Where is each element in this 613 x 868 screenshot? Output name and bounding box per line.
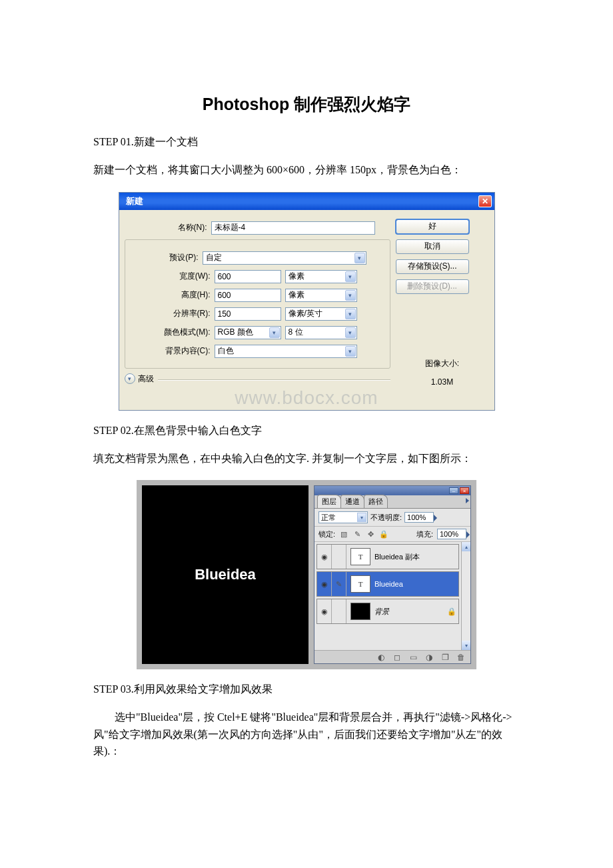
visibility-eye-icon[interactable]: ◉ xyxy=(317,599,332,623)
fill-label: 填充: xyxy=(416,529,433,539)
layer-row[interactable]: ◉ ✎ T Blueidea xyxy=(316,571,459,597)
scroll-down-icon[interactable]: ▾ xyxy=(462,641,470,650)
height-unit-select[interactable]: 像素 ▾ xyxy=(285,289,357,302)
tab-paths[interactable]: 路径 xyxy=(364,495,388,508)
width-unit-select[interactable]: 像素 ▾ xyxy=(285,270,357,283)
layer-row[interactable]: ◉ T Blueidea 副本 xyxy=(316,544,459,569)
tab-layers[interactable]: 图层 xyxy=(317,495,341,508)
delete-preset-button: 删除预设(D)... xyxy=(396,279,469,294)
resolution-input[interactable] xyxy=(215,307,281,321)
chevron-down-icon: ▾ xyxy=(345,309,356,319)
layer-mask-icon[interactable]: ◻ xyxy=(392,653,402,662)
layer-thumb-text-icon: T xyxy=(350,575,370,593)
lock-all-icon[interactable]: 🔒 xyxy=(379,529,388,539)
ok-button[interactable]: 好 xyxy=(396,219,469,234)
image-size-value: 1.03M xyxy=(396,373,489,392)
preset-select[interactable]: 自定 ▾ xyxy=(203,251,366,265)
layer-name[interactable]: 背景 xyxy=(374,607,445,617)
cancel-button[interactable]: 取消 xyxy=(396,239,469,254)
layer-thumb-bg xyxy=(350,603,370,620)
visibility-eye-icon[interactable]: ◉ xyxy=(317,545,332,569)
bg-value: 白色 xyxy=(218,345,234,357)
close-icon[interactable]: × xyxy=(460,487,469,494)
bg-content-label: 背景内容(C): xyxy=(128,345,215,357)
lock-pixels-icon[interactable]: ✎ xyxy=(352,529,362,539)
palette-titlebar: – × xyxy=(314,486,470,495)
step2-desc: 填充文档背景为黑色，在中央输入白色的文字. 并复制一个文字层，如下图所示： xyxy=(93,450,520,467)
opacity-input[interactable]: 100% xyxy=(404,512,434,523)
new-document-dialog: 新建 ✕ 名称(N): 预设(P): 自定 ▾ xyxy=(119,192,495,411)
preset-label: 预设(P): xyxy=(128,252,203,263)
resolution-unit-select[interactable]: 像素/英寸 ▾ xyxy=(285,307,357,321)
palette-menu-icon[interactable] xyxy=(466,498,469,503)
triangle-icon xyxy=(466,531,470,538)
triangle-icon xyxy=(434,515,437,521)
link-col[interactable] xyxy=(332,545,346,569)
dialog-title: 新建 xyxy=(126,195,143,207)
step1-desc: 新建一个文档，将其窗口大小调整为 600×600，分辨率 150px，背景色为白… xyxy=(93,161,520,179)
color-mode-select[interactable]: RGB 颜色 ▾ xyxy=(215,326,281,339)
width-input[interactable] xyxy=(215,270,281,283)
height-label: 高度(H): xyxy=(128,289,215,301)
fill-value: 100% xyxy=(440,530,458,538)
layer-style-icon[interactable]: ◐ xyxy=(376,653,386,662)
visibility-eye-icon[interactable]: ◉ xyxy=(317,572,332,596)
canvas-text: Blueidea xyxy=(195,566,256,583)
step1-heading: STEP 01.新建一个文档 xyxy=(93,135,520,149)
mode-value: RGB 颜色 xyxy=(218,327,253,338)
chevron-down-icon: ▾ xyxy=(345,346,356,357)
width-label: 宽度(W): xyxy=(128,271,215,282)
brush-icon[interactable]: ✎ xyxy=(332,572,346,596)
palette-tabs: 图层 通道 路径 xyxy=(314,495,470,509)
image-size-info: 图像大小: 1.03M xyxy=(396,354,489,393)
figure-canvas-and-layers: Blueidea – × 图层 通道 路径 正常 ▾ 不透明度: 100% xyxy=(137,480,476,669)
trash-icon[interactable]: 🗑 xyxy=(456,653,466,662)
chevron-down-icon: ▾ xyxy=(354,253,365,263)
name-label: 名称(N): xyxy=(125,222,211,233)
opacity-value: 100% xyxy=(407,513,426,521)
lock-position-icon[interactable]: ✥ xyxy=(366,529,375,539)
new-folder-icon[interactable]: ▭ xyxy=(408,653,418,662)
blend-mode-select[interactable]: 正常 ▾ xyxy=(318,511,368,523)
depth-value: 8 位 xyxy=(289,327,303,338)
bg-content-select[interactable]: 白色 ▾ xyxy=(215,345,357,358)
advanced-toggle[interactable]: ▾ 高级 xyxy=(125,373,158,385)
color-mode-label: 颜色模式(M): xyxy=(128,327,215,338)
link-col[interactable] xyxy=(332,599,346,623)
layer-row[interactable]: ◉ 背景 🔒 xyxy=(316,599,459,624)
layers-palette: – × 图层 通道 路径 正常 ▾ 不透明度: 100% 锁定: ▧ ✎ xyxy=(314,485,471,664)
name-input[interactable] xyxy=(211,221,375,235)
scrollbar[interactable]: ▴ ▾ xyxy=(461,542,470,650)
document-canvas: Blueidea xyxy=(142,485,308,664)
opacity-label: 不透明度: xyxy=(370,513,402,523)
layer-thumb-text-icon: T xyxy=(350,548,370,565)
scroll-up-icon[interactable]: ▴ xyxy=(462,542,470,551)
chevron-down-icon: ▾ xyxy=(125,373,135,384)
new-layer-icon[interactable]: ❐ xyxy=(440,653,450,662)
close-button[interactable]: ✕ xyxy=(478,195,492,207)
bit-depth-select[interactable]: 8 位 ▾ xyxy=(285,326,357,339)
resolution-label: 分辨率(R): xyxy=(128,308,215,319)
save-preset-button[interactable]: 存储预设(S)... xyxy=(396,259,469,274)
chevron-down-icon: ▾ xyxy=(345,290,356,301)
layer-name[interactable]: Blueidea xyxy=(374,580,458,588)
dialog-titlebar: 新建 ✕ xyxy=(119,193,494,210)
page-title: Photoshop 制作强烈火焰字 xyxy=(93,93,520,115)
tab-channels[interactable]: 通道 xyxy=(340,495,364,508)
chevron-down-icon: ▾ xyxy=(357,513,366,522)
chevron-down-icon: ▾ xyxy=(345,327,356,338)
layer-name[interactable]: Blueidea 副本 xyxy=(374,552,458,562)
minimize-icon[interactable]: – xyxy=(449,487,458,494)
step2-heading: STEP 02.在黑色背景中输入白色文字 xyxy=(93,424,520,438)
blend-mode-value: 正常 xyxy=(321,513,336,523)
width-unit-value: 像素 xyxy=(289,271,305,282)
image-size-caption: 图像大小: xyxy=(396,354,489,373)
preset-value: 自定 xyxy=(206,252,222,263)
lock-transparency-icon[interactable]: ▧ xyxy=(339,529,348,539)
palette-footer: ◐ ◻ ▭ ◑ ❐ 🗑 xyxy=(314,650,470,663)
fill-input[interactable]: 100% xyxy=(437,529,466,539)
adjustment-layer-icon[interactable]: ◑ xyxy=(424,653,434,662)
height-unit-value: 像素 xyxy=(289,289,305,301)
res-unit-value: 像素/英寸 xyxy=(289,308,322,319)
height-input[interactable] xyxy=(215,289,281,302)
